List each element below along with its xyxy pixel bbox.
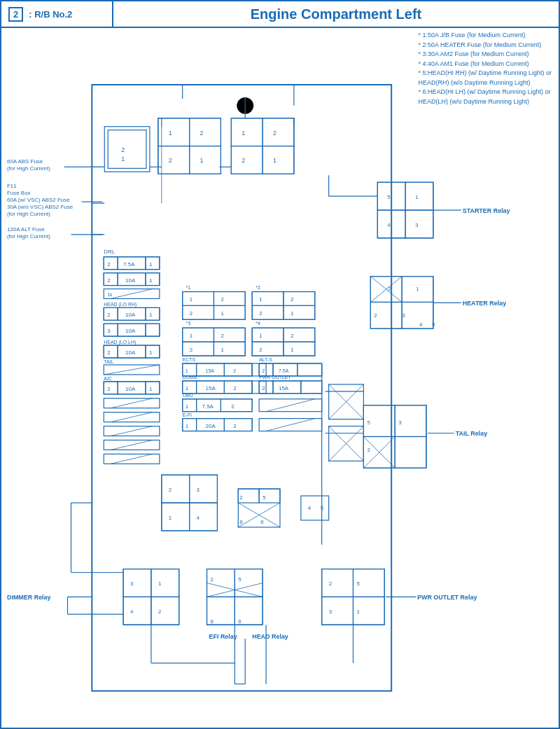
svg-text:2: 2 — [273, 130, 276, 137]
svg-rect-13 — [104, 127, 150, 172]
svg-text:1: 1 — [190, 296, 193, 303]
svg-text:3: 3 — [329, 609, 332, 615]
svg-rect-29 — [231, 146, 262, 174]
svg-rect-68 — [104, 307, 118, 320]
svg-rect-70 — [146, 307, 160, 320]
svg-text:1: 1 — [149, 277, 153, 284]
svg-rect-28 — [262, 118, 294, 146]
svg-rect-39 — [405, 182, 433, 210]
svg-rect-59 — [146, 273, 160, 286]
svg-text:2: 2 — [241, 157, 245, 164]
svg-text:STARTER Relay: STARTER Relay — [463, 207, 510, 214]
svg-text:4: 4 — [419, 321, 423, 328]
svg-rect-182 — [183, 399, 253, 412]
svg-rect-75 — [104, 324, 118, 336]
svg-text:PWR OUTLET: PWR OUTLET — [259, 375, 291, 380]
svg-text:3: 3 — [197, 487, 200, 493]
svg-line-190 — [266, 399, 315, 412]
svg-text:1: 1 — [290, 310, 294, 317]
svg-text:1: 1 — [158, 581, 162, 587]
svg-text:1: 1 — [149, 261, 153, 268]
svg-rect-259 — [151, 597, 179, 625]
svg-text:F11: F11 — [7, 183, 17, 189]
svg-text:1: 1 — [121, 155, 125, 162]
svg-text:*1: *1 — [186, 285, 191, 290]
svg-text:2: 2 — [262, 368, 265, 373]
svg-rect-258 — [123, 597, 151, 625]
svg-text:1: 1 — [186, 385, 189, 391]
svg-text:30A (w/o VSC) ABS2 Fuse: 30A (w/o VSC) ABS2 Fuse — [7, 204, 74, 210]
svg-rect-134 — [214, 342, 245, 356]
svg-rect-124 — [284, 305, 315, 319]
svg-text:1: 1 — [149, 312, 153, 318]
svg-text:*2: *2 — [255, 285, 260, 290]
svg-rect-153 — [224, 363, 252, 376]
svg-text:2: 2 — [259, 347, 262, 353]
svg-text:2: 2 — [121, 146, 125, 153]
svg-rect-111 — [183, 292, 214, 306]
svg-text:1: 1 — [186, 368, 188, 373]
svg-line-64 — [111, 289, 153, 299]
svg-text:HEAD (LO LH): HEAD (LO LH) — [104, 340, 136, 345]
svg-line-106 — [111, 440, 153, 450]
svg-text:1: 1 — [190, 333, 193, 339]
svg-rect-114 — [214, 305, 245, 319]
svg-rect-82 — [104, 345, 118, 358]
svg-text:HEAD (LO RH): HEAD (LO RH) — [104, 302, 136, 307]
svg-rect-14 — [108, 130, 146, 169]
svg-rect-27 — [231, 118, 262, 146]
svg-rect-52 — [146, 257, 160, 270]
wiring-diagram: text { font-family: Arial, sans-serif; f… — [1, 1, 559, 728]
svg-text:2: 2 — [233, 385, 237, 391]
svg-text:2: 2 — [231, 403, 234, 410]
svg-text:6: 6 — [260, 519, 264, 525]
svg-rect-21 — [190, 146, 221, 174]
svg-line-108 — [111, 454, 153, 464]
svg-text:2: 2 — [233, 368, 236, 373]
svg-rect-162 — [298, 363, 322, 376]
svg-text:15A: 15A — [206, 385, 216, 391]
svg-text:2: 2 — [259, 310, 262, 317]
svg-text:10A: 10A — [125, 312, 136, 318]
svg-text:5: 5 — [262, 494, 266, 501]
svg-text:TAIL: TAIL — [104, 359, 113, 364]
svg-text:2: 2 — [374, 312, 377, 319]
svg-text:2: 2 — [107, 349, 111, 356]
svg-rect-252 — [301, 496, 329, 520]
svg-rect-236 — [190, 475, 218, 503]
svg-line-200 — [266, 419, 315, 431]
svg-text:1: 1 — [200, 157, 204, 164]
svg-rect-77 — [146, 324, 160, 336]
svg-rect-166 — [183, 381, 253, 394]
svg-text:7.5A: 7.5A — [123, 261, 135, 268]
svg-text:(for High Current): (for High Current) — [7, 233, 50, 239]
svg-text:E-FI: E-FI — [183, 412, 192, 417]
svg-text:10A: 10A — [125, 386, 136, 392]
svg-rect-226 — [395, 436, 426, 468]
svg-text:1: 1 — [220, 310, 224, 317]
svg-text:2: 2 — [290, 296, 294, 303]
svg-text:HEAD Relay: HEAD Relay — [252, 633, 288, 640]
svg-text:2: 2 — [220, 296, 224, 303]
svg-text:5: 5 — [367, 419, 370, 426]
svg-text:4: 4 — [197, 515, 200, 521]
svg-text:(for High Current): (for High Current) — [7, 211, 50, 217]
svg-text:5: 5 — [387, 194, 391, 200]
svg-text:1: 1 — [290, 347, 294, 353]
svg-text:HEATER Relay: HEATER Relay — [463, 300, 506, 307]
svg-text:1: 1 — [259, 296, 262, 303]
svg-text:ALT-S: ALT-S — [259, 357, 272, 362]
svg-rect-257 — [151, 569, 179, 597]
svg-text:7.5A: 7.5A — [279, 368, 289, 373]
svg-text:10A: 10A — [125, 277, 136, 284]
svg-text:2: 2 — [107, 386, 111, 392]
svg-text:DOME: DOME — [183, 375, 197, 380]
svg-rect-95 — [146, 382, 160, 394]
svg-text:2: 2 — [220, 333, 224, 339]
page-container: 2 : R/B No.2 Engine Compartment Left * 1… — [0, 0, 560, 729]
svg-rect-131 — [183, 328, 214, 342]
svg-text:1: 1 — [259, 333, 262, 339]
svg-rect-113 — [183, 305, 214, 319]
svg-text:DIMMER Relay: DIMMER Relay — [7, 594, 51, 601]
svg-text:2: 2 — [211, 576, 214, 583]
